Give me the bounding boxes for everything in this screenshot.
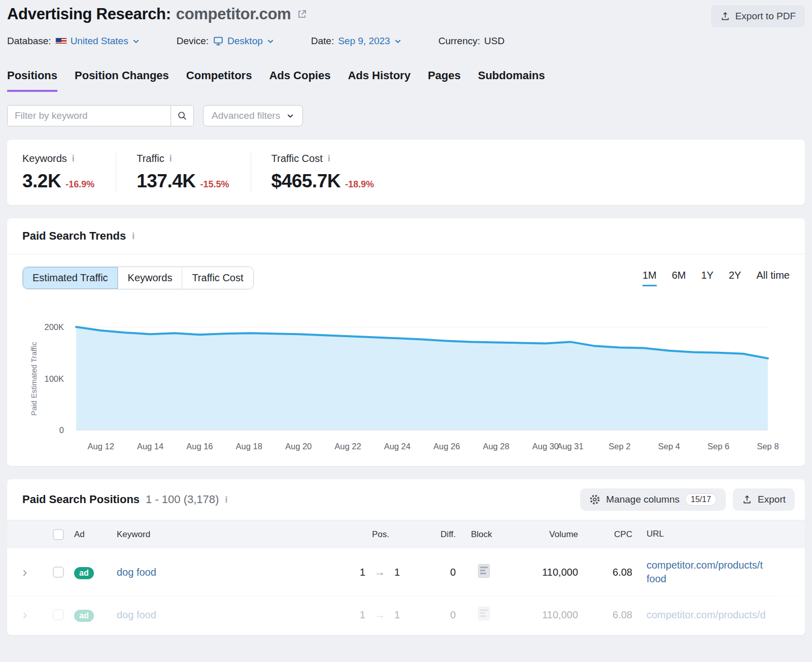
cpc-value: 6.08 xyxy=(582,567,637,578)
database-select[interactable]: United States xyxy=(55,36,140,47)
svg-text:Aug 14: Aug 14 xyxy=(137,442,163,451)
arrow-right-icon: → xyxy=(375,566,385,578)
position-from: 1 xyxy=(360,567,365,578)
date-filter: Date: Sep 9, 2023 xyxy=(311,36,402,47)
row-expander-chevron-icon[interactable]: › xyxy=(22,610,27,620)
url-link[interactable]: competitor.com/products/d xyxy=(647,608,766,622)
manage-columns-button[interactable]: Manage columns 15/17 xyxy=(580,488,726,511)
range-all-time[interactable]: All time xyxy=(756,270,790,286)
page-title: Advertising Research: competitor.com xyxy=(7,5,308,23)
svg-text:Aug 18: Aug 18 xyxy=(236,442,262,451)
chevron-down-icon xyxy=(394,37,402,45)
info-icon[interactable]: i xyxy=(132,231,134,242)
summary-stats-card: Keywords i 3.2K -16.9% Traffic i 137.4K … xyxy=(7,140,805,205)
tab-competitors[interactable]: Competitors xyxy=(186,69,252,92)
toggle-traffic-cost[interactable]: Traffic Cost xyxy=(182,267,253,289)
toggle-keywords[interactable]: Keywords xyxy=(118,267,183,289)
range-1y[interactable]: 1Y xyxy=(701,270,713,286)
keyword-link[interactable]: dog food xyxy=(117,609,156,620)
ad-badge[interactable]: ad xyxy=(74,610,94,622)
keyword-link[interactable]: dog food xyxy=(117,567,156,578)
paid-search-trends-card: Paid Search Trends i Estimated Traffic K… xyxy=(7,218,805,466)
gear-icon xyxy=(589,494,600,505)
date-label: Date: xyxy=(311,36,334,47)
keyword-filter-input[interactable] xyxy=(8,106,171,126)
tab-subdomains[interactable]: Subdomains xyxy=(478,69,545,92)
paid-search-positions-card: Paid Search Positions 1 - 100 (3,178) i … xyxy=(7,479,805,635)
keyword-filter xyxy=(7,105,194,126)
svg-text:200K: 200K xyxy=(44,322,64,332)
export-button[interactable]: Export xyxy=(733,488,795,511)
trends-title: Paid Search Trends xyxy=(22,229,126,243)
select-all-checkbox[interactable] xyxy=(53,529,64,540)
tab-ads-copies[interactable]: Ads Copies xyxy=(269,69,330,92)
range-6m[interactable]: 6M xyxy=(672,270,686,286)
report-domain: competitor.com xyxy=(176,5,291,23)
arrow-right-icon: → xyxy=(375,609,385,621)
svg-text:Sep 4: Sep 4 xyxy=(658,442,680,451)
range-2y[interactable]: 2Y xyxy=(729,270,741,286)
column-header-url: URL xyxy=(637,528,805,540)
position-to: 1 xyxy=(394,567,400,578)
trend-area-fill xyxy=(76,327,768,430)
serp-block-icon[interactable] xyxy=(478,564,490,578)
url-link[interactable]: competitor.com/products/t food xyxy=(647,558,776,586)
advanced-filters-button[interactable]: Advanced filters xyxy=(203,105,303,126)
info-icon[interactable]: i xyxy=(328,153,330,164)
currency-value: USD xyxy=(484,36,504,47)
search-icon xyxy=(177,110,188,121)
serp-block-icon[interactable] xyxy=(478,607,490,620)
tab-position-changes[interactable]: Position Changes xyxy=(75,69,169,92)
external-link-icon[interactable] xyxy=(296,8,308,20)
stat-keywords: Keywords i 3.2K -16.9% xyxy=(7,153,116,192)
stat-keywords-value: 3.2K xyxy=(22,171,61,192)
svg-text:Aug 20: Aug 20 xyxy=(285,442,312,451)
toggle-estimated-traffic[interactable]: Estimated Traffic xyxy=(23,267,118,289)
position-from: 1 xyxy=(360,609,365,621)
row-checkbox[interactable] xyxy=(53,609,64,620)
table-row: › ad dog food 1 → 1 0 110,000 6.08 compe… xyxy=(7,596,805,633)
page-header: Advertising Research: competitor.com Exp… xyxy=(7,5,805,27)
row-checkbox[interactable] xyxy=(53,567,64,578)
svg-text:100K: 100K xyxy=(44,374,64,383)
currency-label: Currency: xyxy=(438,36,480,47)
page-title-text: Advertising Research: xyxy=(7,5,171,23)
table-row: › ad dog food 1 → 1 0 110,000 6.08 compe… xyxy=(7,548,805,596)
positions-range: 1 - 100 (3,178) xyxy=(146,493,219,506)
report-filter-bar: Database: United States Device: Desktop … xyxy=(7,36,805,47)
date-select[interactable]: Sep 9, 2023 xyxy=(338,36,401,47)
position-diff: 0 xyxy=(404,609,460,621)
range-1m[interactable]: 1M xyxy=(642,270,657,286)
search-button[interactable] xyxy=(171,106,193,126)
stat-traffic-cost-label: Traffic Cost xyxy=(272,153,323,164)
ad-badge[interactable]: ad xyxy=(74,567,94,579)
tab-positions[interactable]: Positions xyxy=(7,69,57,92)
trend-chart[interactable]: Paid Estimated Traffic 0100K200KAug 12Au… xyxy=(7,307,805,466)
row-expander-chevron-icon[interactable]: › xyxy=(22,567,27,577)
tab-ads-history[interactable]: Ads History xyxy=(348,69,410,92)
positions-title: Paid Search Positions xyxy=(22,493,140,506)
column-header-ad: Ad xyxy=(74,529,114,540)
stat-traffic-value: 137.4K xyxy=(137,171,195,192)
stat-traffic: Traffic i 137.4K -15.5% xyxy=(116,153,250,192)
svg-text:Aug 16: Aug 16 xyxy=(186,442,213,451)
trend-metric-toggle: Estimated Traffic Keywords Traffic Cost xyxy=(22,267,254,289)
upload-icon xyxy=(720,11,730,21)
tab-pages[interactable]: Pages xyxy=(428,69,461,92)
svg-text:Aug 31: Aug 31 xyxy=(557,442,583,451)
column-header-diff: Diff. xyxy=(404,529,460,540)
column-header-pos: Pos. xyxy=(313,529,404,540)
columns-count-badge: 15/17 xyxy=(685,493,717,506)
export-to-pdf-button[interactable]: Export to PDF xyxy=(711,5,805,27)
info-icon[interactable]: i xyxy=(170,153,172,164)
date-value: Sep 9, 2023 xyxy=(338,36,390,47)
column-header-volume: Volume xyxy=(511,529,582,540)
device-select[interactable]: Desktop xyxy=(213,36,275,47)
info-icon[interactable]: i xyxy=(225,494,227,505)
export-label: Export xyxy=(758,494,786,505)
database-value: United States xyxy=(71,36,128,47)
info-icon[interactable]: i xyxy=(72,153,75,164)
manage-columns-label: Manage columns xyxy=(606,494,680,505)
us-flag-icon xyxy=(55,38,67,45)
column-header-cpc: CPC xyxy=(582,529,637,540)
